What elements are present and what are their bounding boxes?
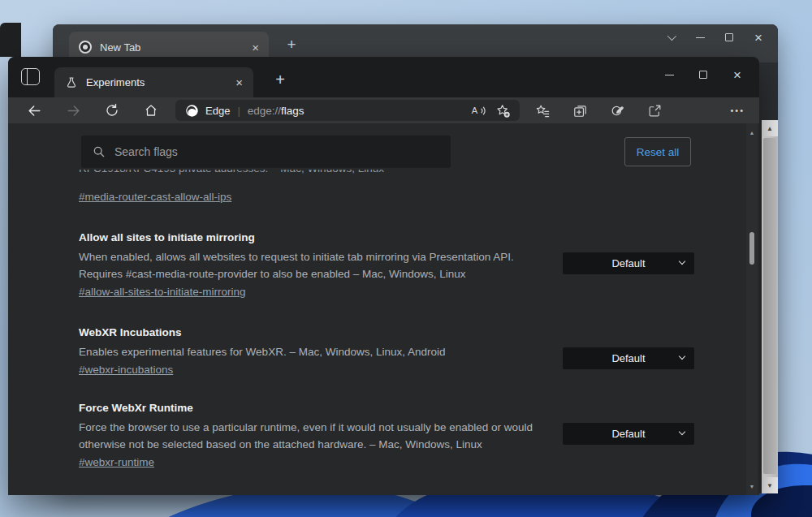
arrow-left-icon: [27, 103, 42, 118]
browser-toolbar: Edge | edge:// flags A: [8, 97, 759, 123]
url-path: flags: [281, 105, 304, 117]
tab-strip: Experiments × + ×: [8, 57, 759, 97]
close-icon: ×: [733, 68, 741, 82]
search-input[interactable]: Search flags: [81, 136, 451, 168]
collections-button[interactable]: [570, 101, 590, 120]
close-tab-icon[interactable]: ×: [235, 76, 243, 88]
flags-page: Search flags Reset all RFC1918/RFC4193 p…: [8, 123, 759, 495]
settings-menu-button[interactable]: •••: [730, 106, 745, 115]
flag-row: Force WebXr Runtime Force the browser to…: [79, 402, 694, 469]
new-tab-button[interactable]: +: [270, 71, 291, 90]
scrollbar-thumb[interactable]: [763, 138, 776, 474]
new-tab-favicon-icon: [79, 41, 92, 54]
tab-experiments[interactable]: Experiments ×: [54, 67, 253, 97]
reset-all-button[interactable]: Reset all: [624, 137, 691, 166]
tab-actions-menu-button[interactable]: [656, 25, 685, 50]
flag-text: Allow all sites to initiate mirroring Wh…: [79, 231, 546, 299]
chevron-down-icon: [679, 258, 685, 265]
scroll-up-icon[interactable]: ▲: [762, 120, 778, 136]
web-capture-icon: [610, 103, 625, 118]
scroll-up-icon[interactable]: ▲: [746, 127, 758, 138]
close-window-button[interactable]: ×: [720, 62, 754, 88]
flag-text: Force WebXr Runtime Force the browser to…: [79, 402, 546, 469]
workspaces-icon[interactable]: [21, 68, 40, 85]
background-page-scrollbar[interactable]: ▲ ▼: [762, 120, 778, 493]
flags-list: RFC1918/RFC4193 private addresses. – Mac…: [8, 170, 694, 469]
refresh-icon: [105, 103, 119, 118]
chevron-down-icon: [679, 429, 685, 435]
home-icon: [144, 103, 158, 118]
flag-permalink[interactable]: #webxr-incubations: [79, 364, 173, 376]
scrollbar-thumb[interactable]: [749, 232, 754, 265]
page-scrollbar[interactable]: ▲ ▼: [746, 123, 758, 495]
background-tab-title: New Tab: [100, 41, 252, 54]
flag-control: Default: [563, 423, 694, 469]
back-button[interactable]: [24, 101, 44, 120]
flag-row: Allow all sites to initiate mirroring Wh…: [79, 231, 694, 299]
refresh-button[interactable]: [102, 101, 122, 120]
add-favorite-button[interactable]: [494, 101, 512, 119]
share-button[interactable]: [645, 101, 664, 120]
scroll-down-icon[interactable]: ▼: [746, 480, 758, 492]
clipped-flag-description: RFC1918/RFC4193 private addresses. – Mac…: [79, 170, 694, 179]
search-icon: [93, 145, 106, 158]
search-placeholder: Search flags: [114, 145, 178, 158]
favorites-icon: [535, 103, 551, 118]
close-icon: ×: [754, 31, 762, 45]
edge-logo-icon: [185, 104, 199, 118]
web-capture-button[interactable]: [607, 101, 627, 120]
flag-title: Force WebXr Runtime: [79, 402, 546, 414]
flag-text: WebXR Incubations Enables experimental f…: [79, 326, 546, 377]
address-bar[interactable]: Edge | edge:// flags A: [175, 100, 520, 121]
search-row: Search flags Reset all: [8, 123, 759, 168]
flag-permalink[interactable]: #allow-all-sites-to-initiate-mirroring: [79, 286, 246, 298]
chevron-down-icon: [679, 353, 685, 360]
maximize-button[interactable]: [686, 62, 720, 88]
flag-title: WebXR Incubations: [79, 326, 546, 338]
address-separator: |: [237, 105, 240, 117]
flag-description: Enables experimental features for WebXR.…: [79, 343, 543, 360]
arrow-right-icon: [66, 103, 81, 118]
flag-description: Force the browser to use a particular ru…: [79, 419, 543, 453]
tab-title: Experiments: [86, 76, 235, 88]
url-scheme: edge://: [248, 105, 281, 117]
favorites-button[interactable]: [533, 101, 552, 120]
flag-value-dropdown[interactable]: Default: [563, 347, 694, 369]
minimize-button[interactable]: [652, 62, 686, 88]
svg-text:A: A: [471, 106, 477, 115]
read-aloud-icon: A: [471, 103, 486, 118]
minimize-icon: [696, 37, 705, 38]
window-controls: ×: [652, 62, 754, 88]
new-tab-button[interactable]: +: [281, 36, 302, 55]
read-aloud-button[interactable]: A: [469, 101, 487, 119]
close-window-button[interactable]: ×: [744, 25, 773, 50]
flag-control: Default: [563, 347, 694, 377]
maximize-icon: [699, 71, 707, 79]
flag-description: When enabled, allows all websites to req…: [79, 248, 543, 282]
flask-icon: [65, 76, 78, 89]
minimize-icon: [665, 75, 674, 75]
flag-title: Allow all sites to initiate mirroring: [79, 231, 546, 243]
chevron-down-icon: [667, 32, 676, 41]
flag-permalink[interactable]: #webxr-runtime: [79, 456, 154, 468]
close-tab-icon[interactable]: ×: [252, 41, 259, 54]
background-window-controls: ×: [656, 24, 773, 50]
minimize-button[interactable]: [685, 25, 715, 50]
maximize-button[interactable]: [715, 25, 744, 50]
forward-button[interactable]: [63, 101, 83, 120]
window-fragment: [0, 23, 21, 57]
site-brand-label: Edge: [205, 105, 230, 117]
maximize-icon: [725, 33, 733, 41]
share-icon: [647, 103, 663, 118]
home-button[interactable]: [141, 101, 161, 120]
star-plus-icon: [495, 103, 511, 118]
collections-icon: [572, 103, 588, 118]
flag-value-dropdown[interactable]: Default: [563, 252, 694, 274]
scroll-down-icon[interactable]: ▼: [762, 477, 778, 493]
flag-control: Default: [563, 252, 694, 299]
flag-row: WebXR Incubations Enables experimental f…: [79, 326, 694, 377]
flag-value-dropdown[interactable]: Default: [563, 423, 694, 445]
edge-browser-window: Experiments × + × Edge |: [8, 57, 759, 495]
flag-permalink[interactable]: #media-router-cast-allow-all-ips: [79, 191, 231, 203]
